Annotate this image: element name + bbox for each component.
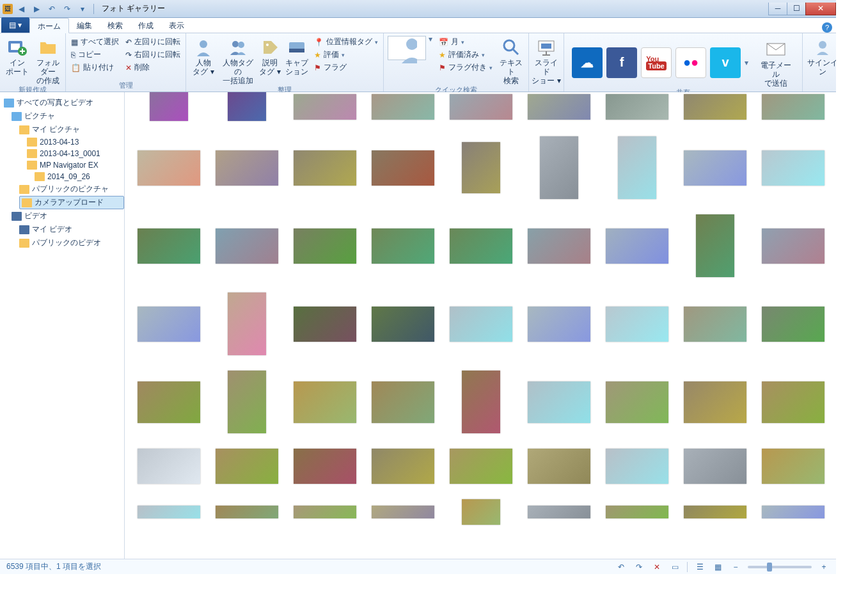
thumbnail[interactable] <box>138 136 200 199</box>
zoom-slider[interactable] <box>748 566 812 568</box>
thumbnail[interactable] <box>606 292 668 355</box>
flagged-filter-button[interactable]: ⚑フラグ付き <box>436 61 495 74</box>
tree-videos[interactable]: ビデオ <box>0 209 124 223</box>
maximize-button[interactable]: ☐ <box>787 3 806 15</box>
details-view-button[interactable]: ☰ <box>694 561 706 573</box>
thumbnail[interactable] <box>762 214 825 277</box>
tree-folder-3[interactable]: MP Navigator EX <box>0 159 124 171</box>
tree-folder-4[interactable]: 2014_09_26 <box>0 171 124 182</box>
email-button[interactable]: 電子メール で送信 <box>757 37 794 88</box>
thumbnail[interactable] <box>606 214 668 277</box>
rotate-right-sb-button[interactable]: ↷ <box>633 561 645 573</box>
thumbnail[interactable] <box>216 214 278 277</box>
thumbnail[interactable] <box>762 371 825 433</box>
thumbnail[interactable] <box>294 292 356 355</box>
tab-search[interactable]: 検索 <box>100 17 130 33</box>
thumbnail[interactable] <box>528 449 590 484</box>
share-more-button[interactable]: ▾ <box>745 58 754 67</box>
tree-all-photos[interactable]: すべての写真とビデオ <box>0 96 124 109</box>
thumbnail[interactable] <box>528 499 590 525</box>
rotate-right-button[interactable]: ↷右回りに回転 <box>123 49 183 61</box>
thumbnail[interactable] <box>216 92 278 121</box>
thumbnail[interactable] <box>606 92 668 121</box>
thumbnail[interactable] <box>138 371 200 433</box>
thumbnail[interactable] <box>294 449 356 484</box>
thumbnail[interactable] <box>372 371 434 433</box>
file-tab[interactable]: ▤ ▾ <box>1 17 29 33</box>
thumbnail[interactable] <box>762 449 825 484</box>
desc-tag-button[interactable]: 説明 タグ ▾ <box>258 35 282 77</box>
thumbnail[interactable] <box>450 371 512 433</box>
thumbnail[interactable] <box>450 449 512 484</box>
thumbnail[interactable] <box>762 92 825 121</box>
paste-button[interactable]: 📋貼り付け <box>68 61 122 74</box>
rated-filter-button[interactable]: ★評価済み <box>436 49 495 61</box>
thumbnail[interactable] <box>450 136 512 199</box>
tree-mypictures[interactable]: マイ ピクチャ <box>0 123 124 136</box>
tree-public-videos[interactable]: パブリックのビデオ <box>0 236 124 250</box>
thumbnail[interactable] <box>450 499 512 525</box>
thumbnail[interactable] <box>684 92 746 121</box>
people-tag-button[interactable]: 人物 タグ ▾ <box>189 35 218 77</box>
thumbnail[interactable] <box>684 292 746 355</box>
new-folder-button[interactable]: フォルダー の作成 <box>33 35 63 85</box>
tree-folder-2[interactable]: 2013-04-13_0001 <box>0 148 124 159</box>
thumbnail[interactable] <box>372 214 434 277</box>
thumbnail[interactable] <box>294 92 356 121</box>
rotate-left-sb-button[interactable]: ↶ <box>615 561 627 573</box>
thumbnail[interactable] <box>450 92 512 121</box>
people-filter-button[interactable] <box>388 36 426 60</box>
thumbnail[interactable] <box>450 214 512 277</box>
tree-myvideos[interactable]: マイ ビデオ <box>0 223 124 236</box>
tree-camera-upload[interactable]: カメラアップロード <box>19 196 124 209</box>
people-tag-batch-button[interactable]: 人物タグの 一括追加 <box>219 35 256 85</box>
thumbnail[interactable] <box>528 136 590 199</box>
delete-sb-button[interactable]: ✕ <box>651 561 663 573</box>
flag-button[interactable]: ⚑フラグ <box>312 61 381 74</box>
tree-folder-1[interactable]: 2013-04-13 <box>0 136 124 148</box>
thumbnail[interactable] <box>528 92 590 121</box>
thumbnail[interactable] <box>762 499 825 525</box>
thumbnail[interactable] <box>294 371 356 433</box>
select-all-button[interactable]: ▦すべて選択 <box>68 36 122 48</box>
thumbnail[interactable] <box>528 371 590 433</box>
slideshow-sb-button[interactable]: ▭ <box>669 561 681 573</box>
thumbnail[interactable] <box>294 136 356 199</box>
thumbnail[interactable] <box>372 499 434 525</box>
facebook-share-button[interactable]: f <box>606 47 637 78</box>
thumbnail[interactable] <box>606 371 668 433</box>
help-icon[interactable]: ? <box>822 22 832 33</box>
thumbnail[interactable] <box>138 292 200 355</box>
thumbnail[interactable] <box>528 214 590 277</box>
rate-button[interactable]: ★評価 <box>312 49 381 61</box>
tree-pictures[interactable]: ピクチャ <box>0 109 124 123</box>
thumbnail[interactable] <box>372 292 434 355</box>
zoom-in-button[interactable]: + <box>818 561 830 573</box>
thumbnail[interactable] <box>216 449 278 484</box>
thumbnail[interactable] <box>216 371 278 433</box>
tab-home[interactable]: ホーム <box>29 18 69 33</box>
thumbnail-grid[interactable] <box>125 92 836 559</box>
qat-more[interactable]: ▾ <box>75 3 90 15</box>
thumbnail[interactable] <box>528 292 590 355</box>
thumbnail[interactable] <box>372 449 434 484</box>
minimize-button[interactable]: ─ <box>768 3 787 15</box>
thumbnail[interactable] <box>762 292 825 355</box>
flickr-share-button[interactable]: ●● <box>675 47 706 78</box>
tree-public-pictures[interactable]: パブリックのピクチャ <box>0 182 124 196</box>
nav-forward[interactable]: ▶ <box>29 3 43 15</box>
thumbnail[interactable] <box>762 136 825 199</box>
thumbnail[interactable] <box>138 449 200 484</box>
thumbnail[interactable] <box>684 136 746 199</box>
thumbnail[interactable] <box>606 499 668 525</box>
tab-edit[interactable]: 編集 <box>69 17 100 33</box>
thumbnail[interactable] <box>684 214 746 277</box>
thumbnail[interactable] <box>372 136 434 199</box>
rotate-left-button[interactable]: ↶左回りに回転 <box>123 36 183 48</box>
thumbnail[interactable] <box>684 449 746 484</box>
slideshow-button[interactable]: スライド ショー ▾ <box>532 35 561 85</box>
thumbnail[interactable] <box>138 499 200 525</box>
tab-view[interactable]: 表示 <box>161 17 192 33</box>
thumbnail[interactable] <box>216 499 278 525</box>
thumbnail[interactable] <box>294 499 356 525</box>
